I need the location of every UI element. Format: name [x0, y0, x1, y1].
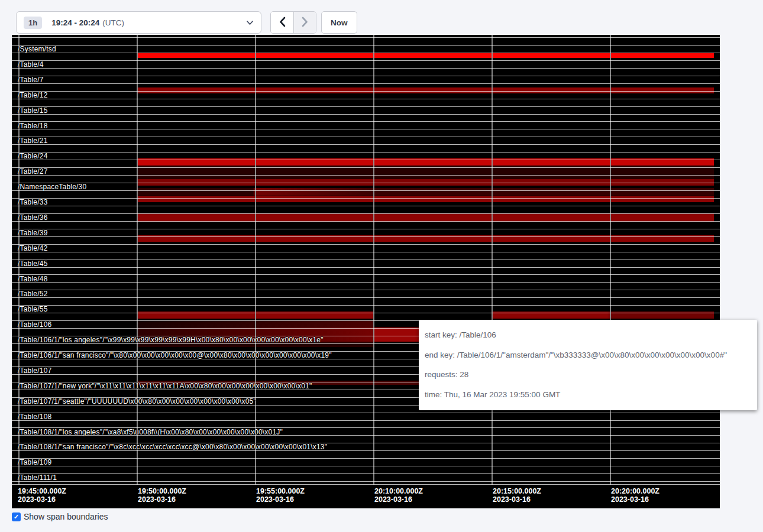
axis-tick-label: 19:50:00.000Z2023-03-16 [138, 487, 186, 504]
time-zone-text: (UTC) [102, 18, 124, 27]
axis-tick-label: 20:15:00.000Z2023-03-16 [493, 487, 541, 504]
time-nav-group [270, 11, 316, 34]
span-boundary-lines [12, 37, 720, 485]
time-gridline [373, 35, 374, 485]
show-span-boundaries-checkbox[interactable]: ✓ [12, 512, 21, 521]
chevron-right-icon [302, 17, 308, 29]
time-range-selector[interactable]: 1h 19:24 - 20:24 (UTC) [16, 11, 261, 34]
tooltip-start-key: start key: /Table/106 [425, 325, 751, 345]
row-label: /Table/36 [18, 214, 48, 222]
axis-top-line [12, 484, 720, 485]
time-gridline [492, 35, 493, 485]
now-button[interactable]: Now [321, 11, 357, 34]
show-span-boundaries-control[interactable]: ✓ Show span boundaries [12, 512, 108, 521]
heat-band [137, 213, 714, 222]
axis-tick-label: 19:55:00.000Z2023-03-16 [256, 487, 305, 504]
row-label: /Table/52 [18, 290, 48, 298]
time-gridline [610, 35, 611, 485]
row-label: /Table/55 [18, 306, 48, 313]
row-label: /Table/48 [18, 275, 48, 283]
row-label: /Table/33 [18, 199, 48, 206]
row-label: /Table/21 [18, 137, 48, 145]
row-label: /Table/27 [18, 168, 48, 176]
row-label: /Table/111/1 [18, 474, 57, 482]
show-span-boundaries-label: Show span boundaries [24, 512, 108, 521]
row-label: /Table/42 [18, 245, 48, 252]
axis-tick-label: 19:45:00.000Z2023-03-16 [18, 487, 66, 504]
axis-tick-label: 20:10:00.000Z2023-03-16 [374, 487, 423, 504]
row-label: /Table/106/1/"san francisco"/"\x80\x00\x… [18, 352, 332, 359]
row-label: /System/tsd [18, 46, 56, 53]
heat-band [137, 235, 714, 242]
row-label: /Table/107 [18, 367, 51, 375]
row-label: /Table/107/1/"new york"/"\x11\x11\x11\x1… [18, 382, 312, 390]
row-label: /Table/24 [18, 153, 48, 160]
heat-band [137, 196, 714, 202]
heat-band [492, 312, 714, 319]
time-preset-badge: 1h [24, 17, 42, 29]
row-label: /Table/18 [18, 122, 48, 130]
heat-band [137, 87, 714, 93]
chevron-left-icon [279, 17, 286, 29]
row-label: /Table/7 [18, 76, 44, 84]
row-label: /Table/12 [18, 92, 48, 99]
tooltip-end-key: end key: /Table/106/1/"amsterdam"/"\xb33… [425, 345, 751, 365]
chevron-down-icon [246, 20, 254, 25]
heat-band [137, 158, 714, 166]
row-label: /Table/108/1/"los angeles"/"\xa8\xf5\u00… [18, 429, 283, 436]
row-label: /Table/4 [18, 61, 44, 69]
tooltip-time: time: Thu, 16 Mar 2023 19:55:00 GMT [425, 385, 751, 405]
span-hover-tooltip: start key: /Table/106 end key: /Table/10… [419, 320, 757, 410]
row-label: /Table/106/1/"los angeles"/"\x99\x99\x99… [18, 336, 324, 344]
row-label: /Table/39 [18, 229, 48, 237]
heat-band [137, 188, 714, 196]
row-label: /Table/106 [18, 321, 51, 329]
key-visualizer-canvas[interactable]: /System/tsd/Table/4/Table/7/Table/12/Tab… [12, 35, 720, 508]
axis-tick-label: 20:20:00.000Z2023-03-16 [611, 487, 659, 504]
heat-band [137, 53, 714, 58]
time-gridline [255, 35, 256, 485]
row-label: /Table/108 [18, 413, 51, 421]
heat-band [137, 179, 714, 186]
row-label: /NamespaceTable/30 [18, 183, 86, 191]
row-label: /Table/108/1/"san francisco"/"\x8c\xcc\x… [18, 443, 327, 451]
next-time-button[interactable] [293, 12, 316, 33]
heat-band [137, 166, 714, 179]
row-label: /Table/15 [18, 107, 48, 115]
row-label: /Table/45 [18, 260, 48, 268]
prev-time-button[interactable] [271, 12, 293, 33]
tooltip-requests: requests: 28 [425, 365, 751, 385]
time-range-text: 19:24 - 20:24 [51, 18, 99, 27]
time-gridline [137, 35, 138, 485]
row-label: /Table/107/1/"seattle"/"UUUUUUD\x00\x80\… [18, 398, 256, 406]
row-label: /Table/109 [18, 459, 51, 466]
